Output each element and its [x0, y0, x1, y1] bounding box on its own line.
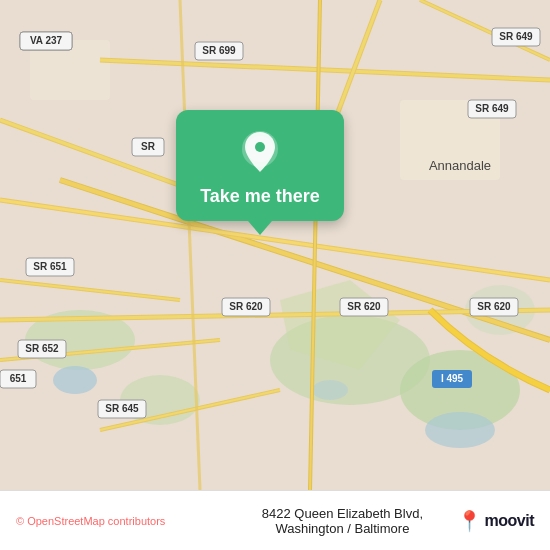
svg-point-9	[312, 380, 348, 400]
moovit-logo: 📍 moovit	[457, 509, 534, 533]
moovit-brand-text: moovit	[485, 512, 534, 530]
svg-point-8	[425, 412, 495, 448]
openstreetmap-link[interactable]: © OpenStreetMap contributors	[16, 515, 165, 527]
popup-arrow	[248, 221, 272, 235]
copyright-text: © OpenStreetMap contributors	[16, 515, 228, 527]
moovit-pin-icon: 📍	[457, 509, 482, 533]
svg-text:SR: SR	[141, 141, 156, 152]
svg-text:SR 620: SR 620	[347, 301, 381, 312]
popup-box[interactable]: Take me there	[176, 110, 344, 221]
take-me-there-button[interactable]: Take me there	[200, 186, 320, 207]
map-svg: VA 237 SR 699 SR 649 SR 649 SR SR 651 SR…	[0, 0, 550, 490]
svg-text:651: 651	[10, 373, 27, 384]
svg-text:SR 645: SR 645	[105, 403, 139, 414]
location-pin-icon	[236, 128, 284, 176]
svg-text:Annandale: Annandale	[429, 158, 491, 173]
svg-point-65	[255, 142, 265, 152]
svg-text:VA 237: VA 237	[30, 35, 63, 46]
svg-text:SR 620: SR 620	[477, 301, 511, 312]
svg-text:SR 651: SR 651	[33, 261, 67, 272]
svg-text:SR 649: SR 649	[475, 103, 509, 114]
map-container: VA 237 SR 699 SR 649 SR 649 SR SR 651 SR…	[0, 0, 550, 490]
svg-text:I 495: I 495	[441, 373, 464, 384]
bottom-bar: © OpenStreetMap contributors 8422 Queen …	[0, 490, 550, 550]
popup-container[interactable]: Take me there	[155, 110, 365, 235]
svg-text:SR 699: SR 699	[202, 45, 236, 56]
svg-text:SR 652: SR 652	[25, 343, 59, 354]
address-text: 8422 Queen Elizabeth Blvd, Washington / …	[236, 506, 448, 536]
svg-text:SR 649: SR 649	[499, 31, 533, 42]
svg-point-7	[53, 366, 97, 394]
svg-text:SR 620: SR 620	[229, 301, 263, 312]
